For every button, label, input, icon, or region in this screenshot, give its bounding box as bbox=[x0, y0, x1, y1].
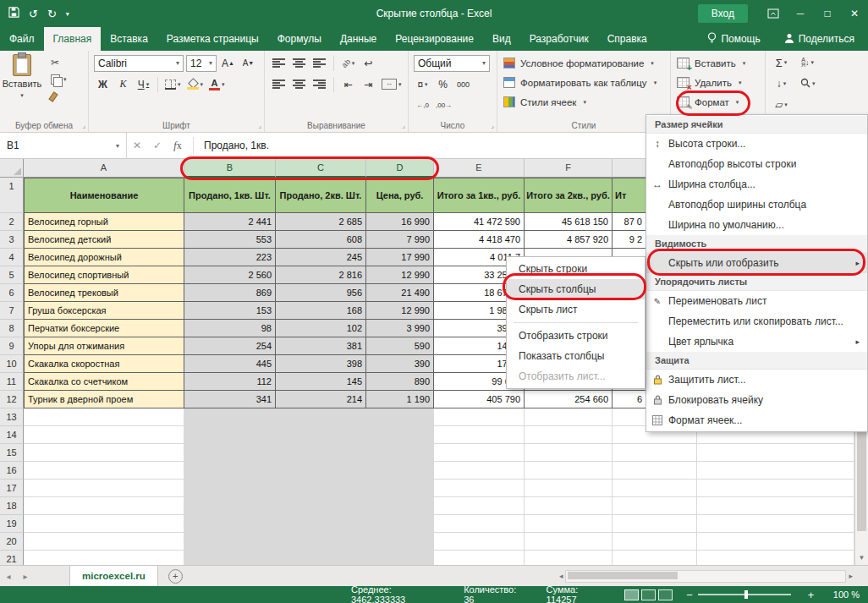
cell-F17[interactable] bbox=[525, 480, 613, 497]
scroll-down-icon[interactable]: ▼ bbox=[855, 551, 868, 565]
cell-E16[interactable] bbox=[434, 462, 525, 480]
submenu-item-hide-columns[interactable]: Скрыть столбцы bbox=[507, 279, 645, 299]
cell-A17[interactable] bbox=[24, 480, 184, 497]
cell-D9[interactable]: 590 bbox=[366, 337, 434, 355]
cell-A20[interactable] bbox=[24, 533, 184, 551]
cell-G16[interactable] bbox=[613, 462, 697, 480]
row-header-12[interactable]: 12 bbox=[0, 391, 24, 408]
format-painter-button[interactable] bbox=[51, 90, 67, 103]
cell-C10[interactable]: 398 bbox=[276, 355, 366, 373]
cell-B14[interactable] bbox=[184, 426, 276, 444]
row-header-7[interactable]: 7 bbox=[0, 302, 24, 320]
cell-E2[interactable]: 41 472 590 bbox=[434, 213, 525, 231]
cell-A5[interactable]: Велосипед спортивный bbox=[24, 266, 184, 284]
save-button[interactable] bbox=[8, 7, 19, 20]
cell-D8[interactable]: 3 990 bbox=[366, 320, 434, 337]
submenu-item-unhide-columns[interactable]: Показать столбцы bbox=[507, 346, 645, 366]
cell-B19[interactable] bbox=[184, 515, 276, 533]
tellme-help-button[interactable]: Помощь bbox=[707, 32, 760, 46]
cell-D16[interactable] bbox=[366, 462, 434, 480]
cell-C3[interactable]: 608 bbox=[276, 231, 366, 249]
formula-input[interactable]: Продано, 1кв. bbox=[199, 140, 269, 151]
menu-item-hide-unhide[interactable]: Скрыть или отобразить▸ bbox=[646, 253, 867, 273]
cell-G19[interactable] bbox=[613, 515, 697, 533]
cell-D4[interactable]: 17 990 bbox=[366, 249, 434, 266]
cell-C16[interactable] bbox=[276, 462, 366, 480]
align-top-button[interactable] bbox=[270, 55, 288, 72]
underline-button[interactable]: Ч▾ bbox=[135, 76, 152, 93]
increase-decimal-button[interactable]: ←,0 bbox=[414, 97, 431, 114]
cell-C12[interactable]: 214 bbox=[276, 391, 366, 408]
row-header-5[interactable]: 5 bbox=[0, 266, 24, 284]
cell-F12[interactable]: 254 660 bbox=[525, 391, 613, 408]
menu-item-lock-cell[interactable]: Блокировать ячейку bbox=[646, 390, 867, 410]
cell-C14[interactable] bbox=[276, 426, 366, 444]
minimize-button[interactable]: ─ bbox=[787, 0, 814, 27]
row-header-8[interactable]: 8 bbox=[0, 320, 24, 337]
font-name-select[interactable]: Calibri▾ bbox=[94, 55, 184, 72]
cell-D10[interactable]: 390 bbox=[366, 355, 434, 373]
accounting-format-button[interactable]: ¤▾ bbox=[414, 76, 431, 93]
cell-D7[interactable]: 12 990 bbox=[366, 302, 434, 320]
row-header-13[interactable]: 13 bbox=[0, 408, 24, 426]
menu-item-column-width[interactable]: ↔Ширина столбца... bbox=[646, 174, 867, 195]
row-header-15[interactable]: 15 bbox=[0, 444, 24, 462]
confirm-entry-icon[interactable]: ✓ bbox=[147, 140, 168, 151]
cell-E19[interactable] bbox=[434, 515, 525, 533]
cell-D15[interactable] bbox=[366, 444, 434, 462]
cell-F15[interactable] bbox=[525, 444, 613, 462]
menu-item-row-height[interactable]: ↕Высота строки... bbox=[646, 134, 867, 154]
cell-C11[interactable]: 145 bbox=[276, 373, 366, 391]
ribbon-tab-review[interactable]: Рецензирование bbox=[386, 27, 483, 51]
share-button[interactable]: Поделиться bbox=[784, 33, 854, 46]
cell-D13[interactable] bbox=[366, 408, 434, 426]
orientation-button[interactable]: ab▾ bbox=[339, 55, 357, 72]
cell-A21[interactable] bbox=[24, 551, 184, 565]
cell-C4[interactable]: 245 bbox=[276, 249, 366, 266]
select-all-corner[interactable] bbox=[0, 159, 24, 178]
zoom-slider[interactable] bbox=[698, 589, 791, 600]
undo-button[interactable]: ↺ bbox=[29, 8, 38, 20]
zoom-out-button[interactable]: − bbox=[684, 589, 694, 601]
column-header-F[interactable]: F bbox=[525, 159, 613, 178]
column-header-D[interactable]: D bbox=[366, 159, 434, 178]
cell-E12[interactable]: 405 790 bbox=[434, 391, 525, 408]
wrap-text-button[interactable]: ↩ bbox=[360, 55, 377, 72]
cell-A14[interactable] bbox=[24, 426, 184, 444]
row-header-14[interactable]: 14 bbox=[0, 426, 24, 444]
conditional-formatting-button[interactable]: Условное форматирование▾ bbox=[497, 53, 670, 73]
format-button[interactable]: Формат▾ bbox=[671, 92, 765, 112]
menu-item-tab-color[interactable]: Цвет ярлычка▸ bbox=[646, 332, 867, 352]
decrease-decimal-button[interactable]: ,00→ bbox=[434, 97, 453, 114]
cell-G17[interactable] bbox=[613, 480, 697, 497]
cell-A6[interactable]: Велосипед трековый bbox=[24, 284, 184, 302]
cell-B16[interactable] bbox=[184, 462, 276, 480]
alignment-dialog-launcher-icon[interactable]: ⌟ bbox=[402, 122, 405, 129]
cell-F19[interactable] bbox=[525, 515, 613, 533]
cell-H20[interactable] bbox=[697, 533, 854, 551]
cell-A8[interactable]: Перчатки боксерские bbox=[24, 320, 184, 337]
horizontal-scroll-thumb[interactable] bbox=[568, 572, 678, 579]
cell-F2[interactable]: 45 618 150 bbox=[525, 213, 613, 231]
qat-customize-icon[interactable]: ▾ bbox=[66, 10, 69, 18]
cut-button[interactable]: ✂ bbox=[51, 56, 67, 69]
cell-D2[interactable]: 16 990 bbox=[366, 213, 434, 231]
cell-E1[interactable]: Итого за 1кв., руб. bbox=[434, 178, 525, 213]
cell-C7[interactable]: 168 bbox=[276, 302, 366, 320]
align-bottom-button[interactable] bbox=[310, 55, 328, 72]
row-header-20[interactable]: 20 bbox=[0, 533, 24, 551]
find-select-button[interactable]: ▾ bbox=[799, 75, 817, 92]
cell-E14[interactable] bbox=[434, 426, 525, 444]
cell-E20[interactable] bbox=[434, 533, 525, 551]
font-size-select[interactable]: 12▾ bbox=[186, 55, 217, 72]
zoom-in-button[interactable]: + bbox=[806, 589, 816, 601]
cell-B8[interactable]: 98 bbox=[184, 320, 276, 337]
align-middle-button[interactable] bbox=[290, 55, 308, 72]
cell-H17[interactable] bbox=[697, 480, 854, 497]
cell-E21[interactable] bbox=[434, 551, 525, 565]
font-dialog-launcher-icon[interactable]: ⌟ bbox=[258, 122, 261, 129]
cell-D3[interactable]: 7 990 bbox=[366, 231, 434, 249]
align-right-button[interactable] bbox=[310, 76, 328, 93]
cell-B12[interactable]: 341 bbox=[184, 391, 276, 408]
submenu-item-unhide-sheet[interactable]: Отобразить лист... bbox=[507, 366, 645, 386]
